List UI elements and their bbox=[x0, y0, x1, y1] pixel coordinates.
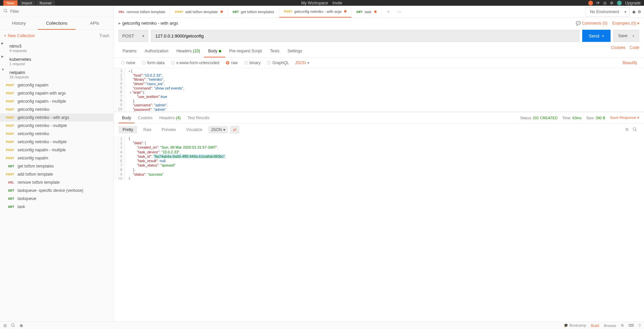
save-button[interactable]: Save bbox=[613, 30, 639, 42]
search-response-icon[interactable] bbox=[633, 127, 637, 133]
beautify-button[interactable]: Beautify bbox=[623, 60, 639, 65]
build-link[interactable]: Build bbox=[591, 324, 599, 328]
two-pane-icon[interactable]: ⧉ bbox=[621, 323, 624, 328]
sidebar-request-item[interactable]: DELremove txtfsm template bbox=[0, 178, 113, 186]
collection-netpalm[interactable]: ▼ netpalm 16 requests bbox=[0, 68, 113, 81]
dirty-dot-icon bbox=[219, 50, 221, 52]
request-tab[interactable]: GETget txtfsm templates bbox=[228, 6, 279, 18]
sidebar-request-item[interactable]: POSTsetconfig napalm - multiple bbox=[0, 146, 113, 154]
request-name: setconfig napalm - multiple bbox=[18, 148, 66, 152]
tab-options-button[interactable]: ⋯ bbox=[394, 7, 404, 17]
tab-body[interactable]: Body bbox=[204, 45, 225, 57]
sidebar-toggle-icon[interactable]: ▥ bbox=[3, 323, 7, 328]
sidebar-request-item[interactable]: POSTsetconfig netmiko - multiple bbox=[0, 138, 113, 146]
examples-link[interactable]: Examples (0) ▾ bbox=[612, 21, 639, 26]
sidebar-request-item[interactable]: GETtaskqueue bbox=[0, 195, 113, 203]
tab-tests[interactable]: Tests bbox=[266, 45, 284, 57]
comments-link[interactable]: 💬 Comments (0) bbox=[576, 21, 608, 26]
code-link[interactable]: Code bbox=[629, 45, 639, 57]
sidebar-request-item[interactable]: POSTsetconfig napalm bbox=[0, 154, 113, 162]
runner-button[interactable]: Runner bbox=[36, 0, 55, 6]
cookies-link[interactable]: Cookies bbox=[611, 45, 625, 57]
request-tab[interactable]: GETtask bbox=[352, 6, 382, 18]
capture-icon[interactable]: ◎ bbox=[603, 1, 607, 5]
raw-button[interactable]: Raw bbox=[139, 126, 155, 133]
request-name: setconfig netmiko bbox=[18, 131, 49, 136]
send-button[interactable]: Send bbox=[582, 30, 611, 42]
search-icon bbox=[3, 8, 8, 14]
response-type-select[interactable]: JSON bbox=[208, 126, 228, 133]
radio-urlencoded[interactable]: x-www-form-urlencoded bbox=[169, 60, 222, 65]
sidebar-request-item[interactable]: POSTgetconfig napalm - multiple bbox=[0, 97, 113, 105]
tab-collections[interactable]: Collections bbox=[38, 17, 76, 30]
visualize-button[interactable]: Visualize bbox=[182, 126, 206, 133]
settings-icon[interactable]: ⚙ bbox=[610, 1, 614, 5]
radio-raw[interactable]: raw bbox=[223, 60, 240, 65]
sidebar-request-item[interactable]: POSTgetconfig napalm bbox=[0, 81, 113, 89]
restab-cookies[interactable]: Cookies bbox=[134, 116, 156, 120]
sidebar-request-item[interactable]: POSTadd txtfsm template bbox=[0, 170, 113, 178]
tab-authorization[interactable]: Authorization bbox=[140, 45, 172, 57]
environment-select[interactable]: No Environment bbox=[586, 7, 629, 17]
url-input[interactable] bbox=[151, 30, 579, 42]
sidebar-request-item[interactable]: POSTsetconfig netmiko bbox=[0, 130, 113, 138]
sidebar-request-item[interactable]: GETget txtfsm templates bbox=[0, 162, 113, 170]
tab-history[interactable]: History bbox=[0, 17, 38, 30]
new-tab-button[interactable]: + bbox=[384, 7, 393, 17]
avatar[interactable] bbox=[617, 1, 622, 5]
body-format-select[interactable]: JSON bbox=[293, 60, 311, 65]
notification-icon[interactable] bbox=[588, 1, 593, 5]
copy-response-icon[interactable]: ⧉ bbox=[625, 127, 628, 133]
help-icon[interactable]: ? bbox=[639, 324, 641, 328]
tab-headers[interactable]: Headers (10) bbox=[172, 45, 204, 57]
env-settings-icon[interactable]: ⚙ bbox=[638, 9, 641, 14]
code[interactable]: ▾{ "host":"10.0.2.33", "library": "netmi… bbox=[125, 68, 187, 111]
bootcamp-link[interactable]: 🎓 Bootcamp bbox=[564, 323, 586, 328]
trash-link[interactable]: Trash bbox=[99, 33, 109, 38]
sidebar-request-item[interactable]: POSTgetconfig napalm with args bbox=[0, 89, 113, 97]
browse-link[interactable]: Browse bbox=[604, 324, 616, 328]
radio-none[interactable]: none bbox=[119, 60, 138, 65]
wrap-lines-icon[interactable]: ⇄ bbox=[230, 126, 239, 134]
restab-body[interactable]: Body bbox=[119, 112, 134, 123]
restab-headers[interactable]: Headers (4) bbox=[156, 116, 184, 120]
collection-kubernetes[interactable]: ▶ kubernetes 1 request bbox=[0, 55, 113, 68]
new-collection-button[interactable]: +New Collection bbox=[4, 33, 35, 38]
request-tab[interactable]: POSTadd txtfsm template bbox=[170, 6, 228, 18]
sidebar-request-item[interactable]: POSTgetconfig netmiko - multiple bbox=[0, 122, 113, 130]
radio-graphql[interactable]: GraphQL bbox=[264, 60, 291, 65]
response-body-viewer[interactable]: 1 2 3 4 5 6 7 8 9 10 { "data": { "create… bbox=[114, 136, 644, 180]
method-select[interactable]: POST bbox=[119, 30, 148, 42]
radio-formdata[interactable]: form-data bbox=[139, 60, 167, 65]
sidebar-request-item[interactable]: POSTgetconfig netmiko bbox=[0, 105, 113, 113]
sidebar-request-item[interactable]: GETtask bbox=[0, 203, 113, 211]
sidebar-request-item[interactable]: GETtaskqueue- specific device (verbose) bbox=[0, 186, 113, 195]
tab-apis[interactable]: APIs bbox=[76, 17, 113, 30]
import-button[interactable]: Import bbox=[18, 0, 35, 6]
collection-ntmv3[interactable]: ▶ ntmv3 4 requests bbox=[0, 42, 113, 55]
keyboard-icon[interactable]: ⌨ bbox=[628, 323, 634, 328]
method-badge: POST bbox=[5, 156, 14, 160]
find-icon[interactable] bbox=[11, 323, 16, 328]
restab-testresults[interactable]: Test Results bbox=[184, 116, 213, 120]
tab-prerequest[interactable]: Pre-request Script bbox=[225, 45, 266, 57]
pretty-button[interactable]: Pretty bbox=[119, 126, 137, 133]
filter-input[interactable] bbox=[10, 9, 110, 14]
request-tab[interactable]: DELremove txtfsm template bbox=[114, 6, 170, 18]
env-quicklook-icon[interactable]: ◉ bbox=[632, 9, 636, 14]
console-icon[interactable]: ▣ bbox=[20, 323, 23, 328]
tab-settings[interactable]: Settings bbox=[284, 45, 306, 57]
invite-button[interactable]: Invite bbox=[333, 1, 342, 5]
request-tab[interactable]: POSTgetconfig netmiko - with args bbox=[279, 6, 352, 18]
sync-icon[interactable]: ⟳ bbox=[596, 1, 600, 5]
radio-binary[interactable]: binary bbox=[242, 60, 263, 65]
workspace-label[interactable]: My Workspace Invite bbox=[55, 1, 588, 5]
tab-params[interactable]: Params bbox=[119, 45, 140, 57]
request-body-editor[interactable]: 1 2 3 4 5 6 7 8 9 10 11 ▾{ "host":"10.0.… bbox=[114, 68, 644, 112]
new-button[interactable]: New bbox=[3, 0, 18, 6]
save-response-button[interactable]: Save Response ▾ bbox=[610, 116, 639, 120]
preview-button[interactable]: Preview bbox=[157, 126, 180, 133]
upgrade-button[interactable]: Upgrade bbox=[625, 1, 641, 5]
method-badge: GET bbox=[5, 205, 14, 208]
sidebar-request-item[interactable]: POSTgetconfig netmiko - with args bbox=[0, 113, 113, 122]
